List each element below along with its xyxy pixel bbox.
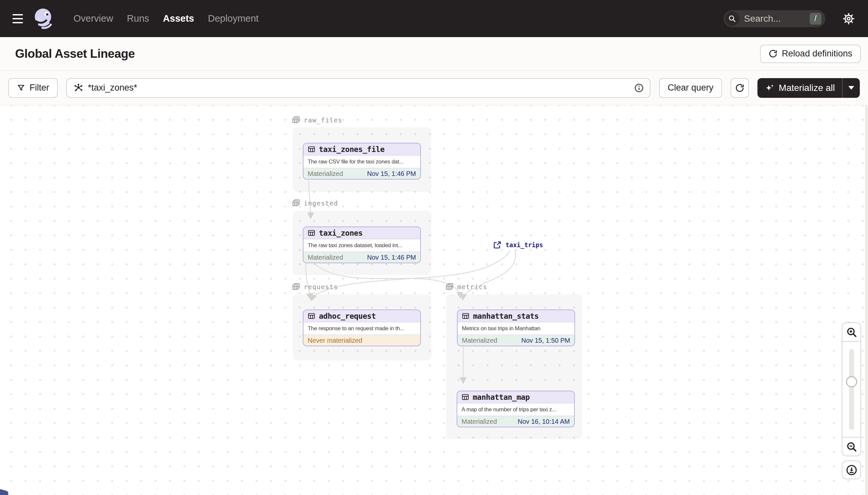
asset-node-header: adhoc_request (303, 310, 420, 322)
asset-status: Materialized (308, 254, 343, 261)
nav-item-runs[interactable]: Runs (127, 13, 149, 24)
asset-node-header: taxi_zones_file (303, 143, 420, 156)
search-shortcut-badge: / (810, 13, 821, 24)
external-link-icon (493, 241, 501, 249)
primary-nav: Overview Runs Assets Deployment (73, 13, 259, 24)
table-group-icon (292, 199, 300, 207)
asset-name: manhattan_map (473, 393, 530, 402)
search-input[interactable] (744, 14, 810, 24)
global-search[interactable]: / (724, 10, 825, 27)
asset-query-input[interactable] (88, 83, 630, 93)
gear-icon[interactable] (843, 13, 855, 25)
asset-node-manhattan-stats[interactable]: manhattan_stats Metrics on taxi trips in… (457, 309, 575, 346)
nav-item-deployment[interactable]: Deployment (208, 13, 259, 24)
sparkles-icon (765, 84, 775, 92)
table-group-icon (292, 116, 300, 124)
top-nav: Overview Runs Assets Deployment / (0, 0, 868, 37)
reload-definitions-button[interactable]: Reload definitions (760, 45, 861, 63)
bottom-left-widget-corner (0, 489, 9, 495)
table-icon (308, 146, 315, 153)
materialize-options-dropdown[interactable] (842, 78, 860, 98)
group-label-requests[interactable]: requests (292, 283, 338, 291)
asset-status: Materialized (462, 418, 497, 425)
zoom-in-icon (846, 327, 857, 338)
asset-description: The response to an request made in th... (303, 322, 420, 335)
filter-button[interactable]: Filter (8, 78, 58, 98)
asset-status-bar: Materialized Nov 16, 10:14 AM (457, 415, 574, 427)
nav-item-overview[interactable]: Overview (73, 13, 113, 24)
vertical-scrollbar[interactable] (865, 105, 868, 495)
lineage-toolbar: Filter Clear query Materialize all (0, 71, 868, 105)
nav-item-assets[interactable]: Assets (163, 13, 194, 24)
asset-query-box[interactable] (66, 78, 651, 98)
zoom-slider-handle[interactable] (846, 376, 857, 387)
external-asset-taxi-trips[interactable]: taxi_trips (493, 241, 543, 249)
center-view-button[interactable] (842, 461, 861, 479)
materialize-all-button[interactable]: Materialize all (758, 78, 860, 98)
asset-description: The raw taxi zones dataset, loaded int..… (303, 239, 420, 252)
table-icon (462, 312, 470, 320)
filter-icon (17, 84, 25, 92)
page-header: Global Asset Lineage Reload definitions (0, 37, 868, 71)
table-icon (308, 229, 315, 237)
lineage-canvas[interactable]: raw_files ingested requests metrics taxi… (0, 105, 868, 495)
asset-name: manhattan_stats (473, 312, 539, 320)
asset-node-header: manhattan_map (457, 391, 574, 404)
refresh-graph-button[interactable] (730, 78, 749, 98)
zoom-out-button[interactable] (843, 438, 861, 456)
asset-node-taxi-zones[interactable]: taxi_zones The raw taxi zones dataset, l… (303, 226, 421, 263)
zoom-controls (842, 322, 861, 456)
table-icon (462, 393, 469, 401)
chevron-down-icon (848, 86, 854, 90)
zoom-out-icon (846, 441, 857, 452)
zoom-in-button[interactable] (843, 323, 861, 341)
asset-timestamp[interactable]: Nov 15, 1:46 PM (367, 254, 416, 261)
asset-status-bar: Materialized Nov 15, 1:50 PM (458, 335, 574, 346)
asset-node-taxi-zones-file[interactable]: taxi_zones_file The raw CSV file for the… (303, 143, 421, 180)
group-label-metrics[interactable]: metrics (445, 283, 487, 291)
asset-timestamp[interactable]: Nov 16, 10:14 AM (518, 418, 570, 425)
clear-query-button[interactable]: Clear query (659, 78, 722, 98)
zoom-slider[interactable] (843, 341, 861, 438)
asset-node-manhattan-map[interactable]: manhattan_map A map of the number of tri… (457, 391, 575, 427)
group-label-raw-files[interactable]: raw_files (292, 116, 342, 124)
info-icon[interactable] (634, 83, 644, 93)
asset-description: A map of the number of trips per taxi z.… (457, 404, 574, 415)
lineage-edges (0, 105, 868, 495)
refresh-icon (768, 49, 777, 58)
edge-taxi-trips-to-manhattan-stats (463, 251, 516, 298)
hamburger-menu-icon[interactable] (13, 14, 23, 23)
asset-description: Metrics on taxi trips in Manhattan (458, 322, 574, 335)
search-icon (725, 12, 739, 26)
asset-node-header: taxi_zones (303, 227, 420, 239)
asset-timestamp[interactable]: Nov 15, 1:50 PM (521, 337, 570, 344)
asset-name: taxi_zones (319, 229, 362, 237)
asset-status: Materialized (308, 170, 343, 177)
zoom-slider-track[interactable] (849, 349, 854, 430)
asset-status-bar: Materialized Nov 15, 1:46 PM (303, 168, 420, 179)
group-label-ingested[interactable]: ingested (292, 199, 338, 207)
page-title: Global Asset Lineage (15, 47, 135, 61)
asset-status-bar: Never materialized (303, 335, 420, 346)
asset-name: adhoc_request (319, 312, 376, 320)
asset-status: Materialized (462, 337, 497, 344)
refresh-icon (735, 83, 744, 92)
asset-status: Never materialized (308, 337, 362, 344)
download-center-icon (846, 464, 857, 476)
asset-timestamp[interactable]: Nov 15, 1:46 PM (367, 170, 416, 177)
asset-node-adhoc-request[interactable]: adhoc_request The response to an request… (303, 309, 421, 346)
asset-status-bar: Materialized Nov 15, 1:46 PM (303, 252, 420, 262)
table-icon (308, 312, 315, 320)
asset-name: taxi_zones_file (319, 145, 385, 154)
asset-description: The raw CSV file for the taxi zones dat.… (303, 156, 420, 168)
dagster-logo[interactable] (33, 8, 54, 30)
table-group-icon (445, 283, 454, 291)
asset-node-header: manhattan_stats (458, 310, 574, 322)
asset-graph-icon (73, 83, 83, 93)
table-group-icon (292, 283, 300, 291)
